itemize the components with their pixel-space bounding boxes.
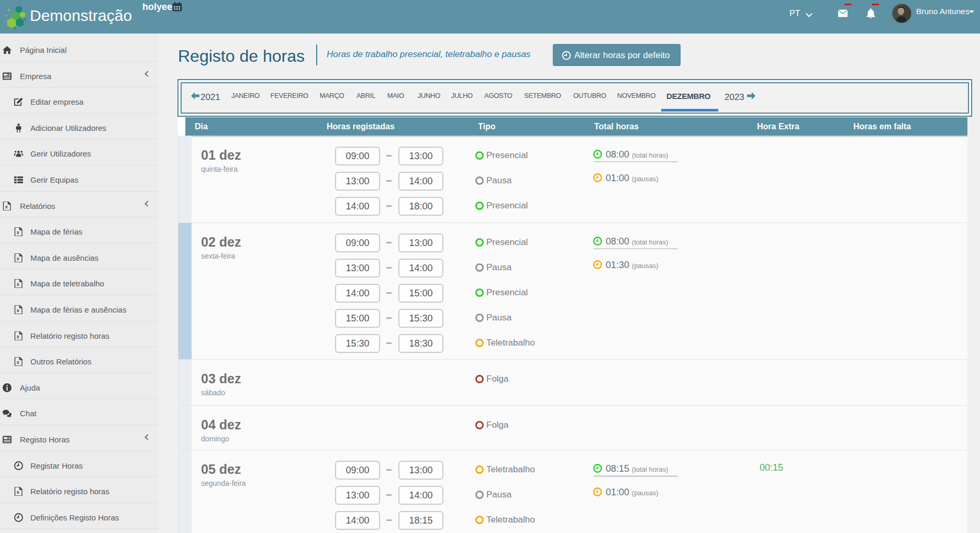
svg-text:x: x <box>17 230 19 235</box>
svg-text:x: x <box>17 334 19 339</box>
svg-text:x: x <box>17 490 19 495</box>
svg-text:x: x <box>17 308 19 313</box>
svg-text:x: x <box>17 282 19 287</box>
svg-text:x: x <box>17 360 19 365</box>
svg-text:x: x <box>5 204 8 209</box>
svg-text:x: x <box>17 256 19 261</box>
